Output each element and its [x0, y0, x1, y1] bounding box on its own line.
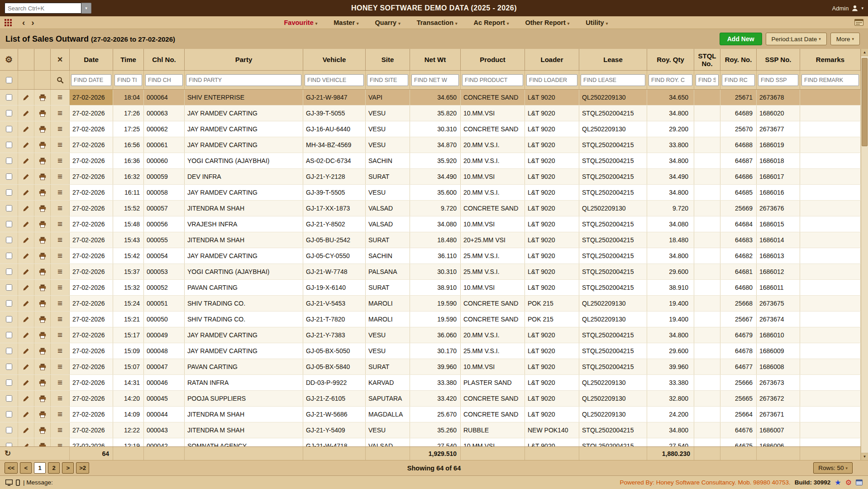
- print-icon[interactable]: [39, 189, 46, 196]
- page-2-button[interactable]: 2: [48, 462, 60, 474]
- edit-icon[interactable]: [23, 300, 29, 307]
- select-all-checkbox[interactable]: [6, 77, 12, 83]
- table-row[interactable]: ≡27-02-202615:07000047PAVAN CARTINGGJ-05…: [0, 359, 861, 375]
- edit-icon[interactable]: [23, 253, 29, 259]
- edit-icon[interactable]: [23, 332, 29, 339]
- edit-icon[interactable]: [23, 142, 29, 149]
- table-row[interactable]: ≡27-02-202615:24000051SHIV TRADING CO.GJ…: [0, 296, 861, 312]
- row-checkbox[interactable]: [6, 189, 12, 196]
- filter-input-chl-no[interactable]: [145, 74, 183, 86]
- apps-grid-icon[interactable]: [5, 19, 12, 26]
- menu-item-ac-report[interactable]: Ac Report▾: [474, 19, 509, 26]
- period-dropdown[interactable]: Period:Last Date▾: [766, 33, 827, 45]
- row-menu-icon[interactable]: ≡: [57, 172, 62, 182]
- star-icon[interactable]: ★: [835, 478, 841, 487]
- filter-input-roy-no[interactable]: [722, 74, 755, 86]
- menu-item-favourite[interactable]: Favourite▾: [284, 19, 317, 26]
- row-menu-icon[interactable]: ≡: [57, 92, 62, 102]
- print-icon[interactable]: [39, 205, 46, 212]
- row-menu-icon[interactable]: ≡: [57, 187, 62, 197]
- edit-icon[interactable]: [23, 411, 29, 418]
- column-header-remarks[interactable]: Remarks: [800, 49, 861, 71]
- edit-icon[interactable]: [23, 427, 29, 434]
- row-menu-icon[interactable]: ≡: [57, 425, 62, 435]
- column-header-party[interactable]: Party: [185, 49, 303, 71]
- column-header-vehicle[interactable]: Vehicle: [303, 49, 366, 71]
- edit-icon[interactable]: [23, 205, 29, 212]
- row-menu-icon[interactable]: ≡: [57, 409, 62, 419]
- table-row[interactable]: ≡27-02-202615:43000055JITENDRA M SHAHGJ-…: [0, 232, 861, 248]
- row-checkbox[interactable]: [6, 110, 12, 116]
- row-menu-icon[interactable]: ≡: [57, 108, 62, 118]
- print-icon[interactable]: [39, 253, 46, 259]
- row-checkbox[interactable]: [6, 268, 12, 275]
- row-menu-icon[interactable]: ≡: [57, 140, 62, 150]
- user-menu[interactable]: Admin ▾: [832, 5, 863, 12]
- print-icon[interactable]: [39, 300, 46, 307]
- row-checkbox[interactable]: [6, 364, 12, 370]
- filter-input-stql-no[interactable]: [696, 74, 719, 86]
- row-checkbox[interactable]: [6, 395, 12, 402]
- edit-icon[interactable]: [23, 268, 29, 275]
- row-menu-icon[interactable]: ≡: [57, 235, 62, 245]
- row-checkbox[interactable]: [6, 427, 12, 433]
- table-row[interactable]: ≡27-02-202612:19000042SOMNATH AGENCYGJ-2…: [0, 438, 861, 446]
- table-row[interactable]: ≡27-02-202617:25000062JAY RAMDEV CARTING…: [0, 121, 861, 137]
- column-header-lease[interactable]: Lease: [579, 49, 647, 71]
- row-menu-icon[interactable]: ≡: [57, 283, 62, 292]
- row-checkbox[interactable]: [6, 205, 12, 211]
- table-row[interactable]: ≡27-02-202616:36000060YOGI CARTING (AJAY…: [0, 153, 861, 169]
- edit-icon[interactable]: [23, 158, 29, 164]
- row-checkbox[interactable]: [6, 158, 12, 164]
- monitor-icon[interactable]: [5, 479, 13, 486]
- print-icon[interactable]: [39, 427, 46, 434]
- row-menu-icon[interactable]: ≡: [57, 219, 62, 229]
- filter-input-site[interactable]: [367, 74, 408, 86]
- row-checkbox[interactable]: [6, 443, 12, 446]
- print-icon[interactable]: [39, 268, 46, 275]
- menu-item-utility[interactable]: Utility▾: [586, 19, 608, 26]
- filter-input-product[interactable]: [462, 74, 523, 86]
- table-row[interactable]: ≡27-02-202614:31000046RATAN INFRADD-03-P…: [0, 375, 861, 391]
- print-icon[interactable]: [39, 364, 46, 370]
- column-header-net-wt[interactable]: Net Wt: [410, 49, 461, 71]
- first-page-button[interactable]: <<: [5, 462, 18, 474]
- last-page-button[interactable]: >2: [76, 462, 89, 474]
- row-checkbox[interactable]: [6, 300, 12, 307]
- row-checkbox[interactable]: [6, 173, 12, 180]
- column-header-chl-no[interactable]: Chl No.: [144, 49, 185, 71]
- row-menu-icon[interactable]: ≡: [57, 362, 62, 372]
- edit-icon[interactable]: [23, 284, 29, 291]
- filter-input-vehicle[interactable]: [305, 74, 364, 86]
- print-icon[interactable]: [39, 316, 46, 323]
- row-menu-icon[interactable]: ≡: [57, 378, 62, 388]
- refresh-icon[interactable]: ↻: [5, 449, 11, 458]
- print-icon[interactable]: [39, 348, 46, 355]
- add-new-button[interactable]: Add New: [720, 33, 762, 45]
- column-header-product[interactable]: Product: [461, 49, 525, 71]
- search-icon[interactable]: [57, 77, 64, 84]
- filter-input-date[interactable]: [71, 74, 111, 86]
- print-icon[interactable]: [39, 332, 46, 339]
- remote-window-icon[interactable]: [856, 479, 863, 485]
- back-icon[interactable]: ‹: [19, 18, 28, 27]
- row-menu-icon[interactable]: ≡: [57, 441, 62, 446]
- vertical-scrollbar[interactable]: ▲ ▼: [861, 49, 868, 460]
- filter-input-roy-qty[interactable]: [649, 74, 692, 86]
- gear-icon[interactable]: ⚙: [845, 478, 852, 487]
- print-icon[interactable]: [39, 110, 46, 117]
- table-row[interactable]: ≡27-02-202616:11000058JAY RAMDEV CARTING…: [0, 185, 861, 201]
- print-icon[interactable]: [39, 284, 46, 291]
- row-menu-icon[interactable]: ≡: [57, 124, 62, 134]
- table-row[interactable]: ≡27-02-202612:22000043JITENDRA M SHAHGJ-…: [0, 422, 861, 438]
- table-row[interactable]: ≡27-02-202615:17000049JAY RAMDEV CARTING…: [0, 327, 861, 343]
- table-row[interactable]: ≡27-02-202615:09000048JAY RAMDEV CARTING…: [0, 343, 861, 359]
- row-checkbox[interactable]: [6, 379, 12, 386]
- print-icon[interactable]: [39, 142, 46, 149]
- row-checkbox[interactable]: [6, 348, 12, 354]
- more-dropdown[interactable]: More▾: [830, 33, 860, 45]
- print-icon[interactable]: [39, 94, 46, 101]
- scroll-down-icon[interactable]: ▼: [861, 453, 868, 460]
- table-row[interactable]: ≡27-02-202618:04000064SHIV ENTERPRISEGJ-…: [0, 90, 861, 105]
- filter-input-remarks[interactable]: [801, 74, 859, 86]
